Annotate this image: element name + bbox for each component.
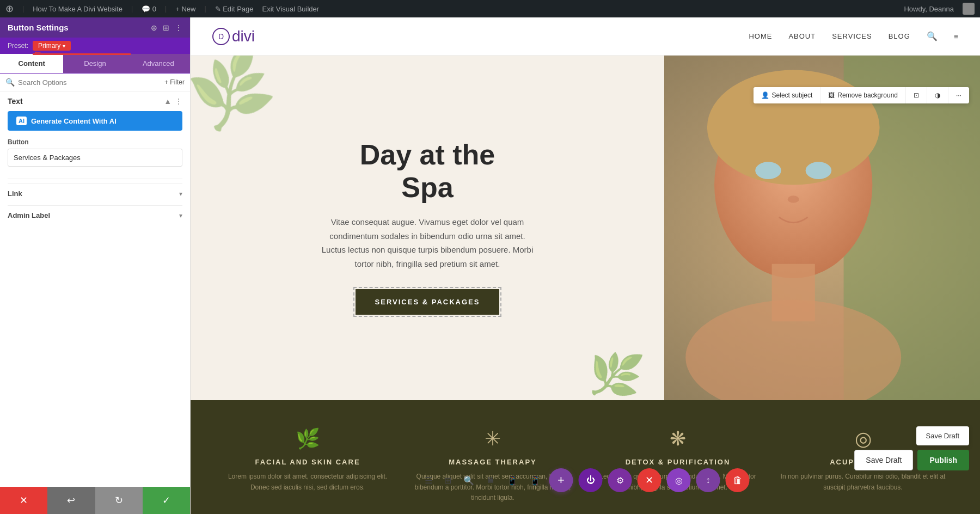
- site-nav: HOME ABOUT SERVICES BLOG 🔍 ≡: [749, 31, 958, 41]
- nav-blog[interactable]: BLOG: [889, 32, 910, 40]
- save-button[interactable]: ✓: [143, 487, 190, 514]
- search-bar: 🔍 + Filter: [0, 74, 190, 91]
- link-chevron-icon: ▾: [179, 190, 182, 198]
- preset-label: Preset:: [8, 42, 28, 50]
- move-button[interactable]: ↕: [696, 468, 720, 492]
- avatar: [963, 3, 975, 15]
- site-name: How To Make A Divi Website: [33, 5, 122, 13]
- panel-header: Button Settings ⊕ ⊞ ⋮: [0, 17, 190, 38]
- delete-button[interactable]: 🗑: [726, 468, 750, 492]
- hero-cta-button[interactable]: SERVICES & PACKAGES: [356, 289, 500, 315]
- hero-body-text: Vitae consequat augue. Vivamus eget dolo…: [318, 215, 536, 271]
- redo-button[interactable]: ↻: [95, 487, 143, 514]
- phone-icon-btn[interactable]: 📱: [526, 473, 544, 488]
- link-section: Link ▾: [8, 183, 182, 203]
- adjust-icon: ◑: [935, 91, 940, 99]
- panel-tabs: Content Design Advanced: [0, 54, 190, 74]
- more-dots-icon: ⋮: [175, 97, 182, 106]
- nav-services[interactable]: SERVICES: [832, 32, 872, 40]
- svg-point-6: [788, 195, 799, 203]
- logo-circle: D: [212, 28, 230, 45]
- new-button[interactable]: + New: [175, 5, 195, 13]
- preset-dropdown[interactable]: Primary ▾: [33, 41, 71, 51]
- svg-point-5: [806, 162, 832, 179]
- admin-label-header[interactable]: Admin Label ▾: [8, 205, 182, 225]
- text-section-header[interactable]: Text ▲ ⋮: [8, 97, 182, 106]
- remove-background-button[interactable]: 🖼 Remove background: [820, 87, 906, 103]
- tab-design[interactable]: Design: [63, 54, 126, 73]
- save-publish-area: Save Draft Save Draft Publish: [854, 426, 969, 470]
- button-text-input[interactable]: [8, 149, 182, 167]
- site-header: D divi HOME ABOUT SERVICES BLOG 🔍 ≡: [191, 17, 980, 56]
- service-icon-2: ✳: [408, 427, 577, 450]
- hero-left: 🌿 Day at theSpa Vitae consequat augue. V…: [191, 56, 664, 400]
- leaf-decoration: 🌿: [191, 56, 281, 133]
- power-button[interactable]: ⏻: [579, 468, 603, 492]
- crop-icon: ⊡: [914, 91, 919, 99]
- save-draft-button[interactable]: Save Draft: [854, 450, 913, 470]
- more-icon[interactable]: ⋮: [175, 23, 182, 32]
- person-icon: 👤: [761, 91, 769, 99]
- settings-panel: Button Settings ⊕ ⊞ ⋮ Preset: Primary ▾ …: [0, 17, 191, 514]
- page-preview: D divi HOME ABOUT SERVICES BLOG 🔍 ≡ 🌿 Da…: [191, 17, 980, 514]
- howdy-label: Howdy, Deanna: [904, 5, 954, 13]
- publish-button[interactable]: Publish: [917, 450, 969, 470]
- chevron-up-icon: ▲: [164, 97, 171, 106]
- filter-button[interactable]: + Filter: [164, 78, 185, 86]
- menu-icon[interactable]: ≡: [954, 32, 958, 41]
- undo-button[interactable]: ↩: [47, 487, 95, 514]
- preset-chevron-icon: ▾: [63, 43, 65, 49]
- service-text-1: Lorem ipsum dolor sit amet, consectetur …: [223, 472, 392, 492]
- text-section-title: Text: [8, 97, 23, 106]
- service-text-4: In non pulvinar purus. Curabitur nisi od…: [779, 472, 947, 492]
- woman-portrait-svg: [664, 56, 980, 400]
- more-options-button[interactable]: ···: [948, 87, 969, 103]
- service-item-1: 🌿 FACIAL AND SKIN CARE Lorem ipsum dolor…: [223, 427, 392, 492]
- copy-icon[interactable]: ⊕: [151, 23, 157, 32]
- admin-label-chevron-icon: ▾: [179, 212, 182, 219]
- table-icon-btn[interactable]: ⊞: [441, 473, 455, 488]
- panel-title: Button Settings: [8, 23, 69, 32]
- search-icon[interactable]: 🔍: [927, 31, 938, 41]
- list-icon-btn[interactable]: ☰: [421, 473, 436, 488]
- edit-page-link[interactable]: ✎ Edit Page: [215, 5, 254, 13]
- grid-icon[interactable]: ⊞: [163, 23, 169, 32]
- page-builder-toolbar: ☰ ⊞ 🔍 🖥 📱 📱 + ⏻ ⚙ ✕ ◎ ↕ 🗑: [421, 468, 750, 492]
- nav-about[interactable]: ABOUT: [788, 32, 816, 40]
- wp-logo-icon: ⊕: [5, 3, 14, 15]
- exit-visual-builder-link[interactable]: Exit Visual Builder: [262, 5, 320, 13]
- tab-content[interactable]: Content: [0, 54, 63, 73]
- search-pb-btn[interactable]: 🔍: [460, 473, 477, 488]
- image-toolbar: 👤 Select subject 🖼 Remove background ⊡ ◑: [754, 87, 969, 103]
- panel-content: Text ▲ ⋮ AI Generate Content With AI But…: [0, 91, 190, 492]
- cancel-element-button[interactable]: ✕: [638, 468, 661, 492]
- tablet-icon-btn[interactable]: 📱: [504, 473, 521, 488]
- nav-home[interactable]: HOME: [749, 32, 772, 40]
- service-title-1: FACIAL AND SKIN CARE: [223, 458, 392, 466]
- crop-button[interactable]: ⊡: [906, 87, 927, 103]
- wp-admin-bar: ⊕ | How To Make A Divi Website | 💬 0 | +…: [0, 0, 980, 17]
- hero-heading: Day at theSpa: [223, 139, 632, 204]
- link-section-header[interactable]: Link ▾: [8, 183, 182, 203]
- tab-advanced[interactable]: Advanced: [127, 54, 190, 73]
- add-module-button[interactable]: +: [549, 468, 573, 492]
- target-button[interactable]: ◎: [667, 468, 691, 492]
- save-publish-buttons: Save Draft Publish: [854, 450, 969, 470]
- ai-icon: AI: [16, 117, 27, 125]
- search-input[interactable]: [18, 78, 161, 87]
- remove-bg-icon: 🖼: [828, 91, 835, 99]
- desktop-icon-btn[interactable]: 🖥: [483, 473, 498, 487]
- search-icon: 🔍: [5, 78, 15, 87]
- generate-ai-label: Generate Content With AI: [31, 117, 117, 125]
- service-title-3: DETOX & PURIFICATION: [593, 458, 762, 466]
- hero-image: 👤 Select subject 🖼 Remove background ⊡ ◑: [664, 56, 980, 400]
- cancel-button[interactable]: ✕: [0, 487, 47, 514]
- select-subject-button[interactable]: 👤 Select subject: [754, 87, 821, 103]
- hero-section: 🌿 Day at theSpa Vitae consequat augue. V…: [191, 56, 980, 400]
- settings-button[interactable]: ⚙: [608, 468, 632, 492]
- generate-ai-button[interactable]: AI Generate Content With AI: [8, 111, 182, 131]
- svg-point-4: [755, 162, 781, 179]
- admin-label-title: Admin Label: [8, 211, 50, 219]
- adjust-button[interactable]: ◑: [927, 87, 948, 103]
- logo-text: divi: [232, 28, 255, 45]
